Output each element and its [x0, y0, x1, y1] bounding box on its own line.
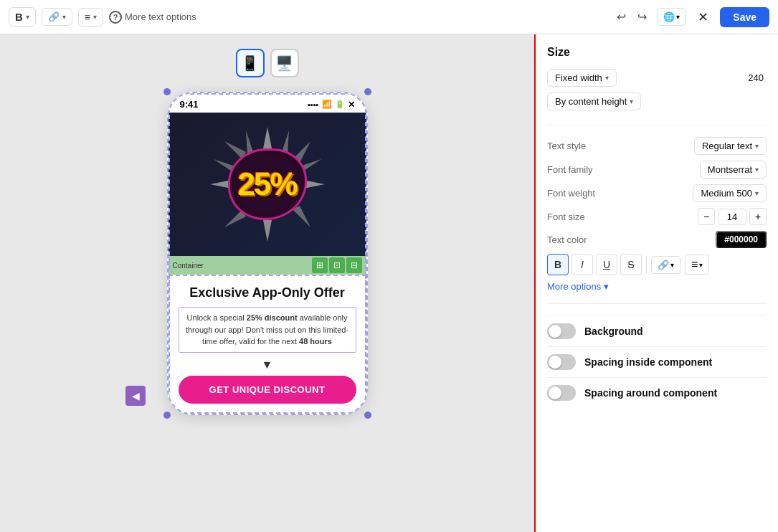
- format-italic-button[interactable]: I: [571, 254, 593, 275]
- bold-button[interactable]: B ▾: [9, 7, 36, 27]
- size-section: Size Fixed width ▾ 240 By content height…: [547, 46, 767, 110]
- italic-format-icon: I: [581, 259, 584, 270]
- by-content-height-label: By content height: [555, 96, 627, 107]
- offer-section: Exclusive App-Only Offer Unlock a specia…: [169, 275, 366, 414]
- font-family-value: Montserrat: [708, 164, 752, 175]
- x-icon: ✕: [348, 100, 355, 110]
- font-weight-dropdown[interactable]: Medium 500 ▾: [693, 184, 767, 202]
- desktop-view-button[interactable]: 🖥️: [270, 49, 299, 77]
- link-format-icon: 🔗: [658, 260, 669, 270]
- offer-title: Exclusive App-Only Offer: [179, 285, 356, 301]
- arrow-diamond-handle[interactable]: ◀: [125, 386, 146, 406]
- phone-status-icons: ▪▪▪▪ 📶 🔋 ✕: [308, 100, 355, 110]
- battery-icon: 🔋: [335, 100, 345, 109]
- format-strikethrough-button[interactable]: S: [620, 254, 642, 275]
- fixed-width-label: Fixed width: [555, 72, 602, 83]
- more-text-options-link[interactable]: ? More text options: [109, 11, 196, 24]
- fixed-width-dropdown[interactable]: Fixed width ▾: [547, 69, 617, 87]
- container-tool-2[interactable]: ⊡: [329, 257, 345, 273]
- get-discount-button[interactable]: GET UNIQUE DISCOUNT: [179, 376, 356, 404]
- fixed-width-row: Fixed width ▾ 240: [547, 69, 767, 87]
- more-text-options-label: More text options: [125, 11, 196, 22]
- divider-1: [547, 125, 767, 125]
- close-button[interactable]: ✕: [692, 6, 714, 28]
- text-style-dropdown[interactable]: Regular text ▾: [694, 137, 767, 155]
- format-bold-button[interactable]: B: [547, 254, 569, 275]
- mobile-view-button[interactable]: 📱: [236, 49, 265, 77]
- font-weight-row: Font weight Medium 500 ▾: [547, 184, 767, 202]
- font-family-dropdown[interactable]: Montserrat ▾: [700, 161, 767, 179]
- size-title: Size: [547, 46, 767, 59]
- fixed-width-value: 240: [748, 72, 767, 83]
- selection-handle-br[interactable]: [364, 412, 371, 419]
- promo-image-area: 25%: [169, 113, 366, 256]
- link-icon: 🔗: [48, 11, 60, 22]
- text-style-value: Regular text: [702, 141, 752, 151]
- container-tools: ⊞ ⊡ ⊟: [312, 257, 362, 273]
- format-underline-button[interactable]: U: [596, 254, 617, 275]
- redo-icon: ↪: [637, 10, 647, 24]
- offer-desc-bold: 25% discount: [247, 313, 298, 322]
- align-format-icon: ≡: [691, 258, 698, 271]
- background-toggle-row: Background: [547, 315, 767, 346]
- format-separator: [646, 256, 647, 273]
- font-size-label: Font size: [547, 212, 692, 222]
- redo-button[interactable]: ↪: [633, 7, 651, 27]
- more-options-label: More options: [547, 281, 601, 292]
- align-button[interactable]: ≡ ▾: [78, 8, 103, 27]
- format-link-button[interactable]: 🔗 ▾: [651, 256, 680, 274]
- selection-handle-tr[interactable]: [364, 88, 371, 95]
- background-toggle[interactable]: [547, 323, 576, 339]
- explosion-graphic: 25%: [210, 127, 325, 242]
- undo-icon: ↩: [617, 10, 626, 24]
- spacing-around-toggle-knob: [549, 386, 561, 399]
- background-label: Background: [584, 326, 767, 337]
- phone-frame: 9:41 ▪▪▪▪ 📶 🔋 ✕: [167, 92, 368, 415]
- spacing-inside-label: Spacing inside component: [584, 356, 767, 368]
- phone-status-bar: 9:41 ▪▪▪▪ 📶 🔋 ✕: [169, 93, 366, 113]
- font-size-input-group: − +: [698, 208, 767, 225]
- by-content-height-dropdown[interactable]: By content height ▾: [547, 92, 641, 110]
- font-size-plus-button[interactable]: +: [749, 208, 767, 225]
- text-color-swatch[interactable]: #000000: [716, 231, 767, 248]
- spacing-around-toggle-row: Spacing around component: [547, 377, 767, 408]
- font-family-arrow: ▾: [755, 166, 759, 174]
- more-options-button[interactable]: More options ▾: [547, 281, 609, 292]
- format-align-button[interactable]: ≡ ▾: [685, 255, 709, 275]
- link-dropdown-arrow-format: ▾: [670, 261, 674, 269]
- font-size-minus-button[interactable]: −: [698, 208, 715, 225]
- selection-handle-tl[interactable]: [163, 88, 171, 95]
- save-button[interactable]: Save: [720, 7, 769, 27]
- offer-description: Unlock a special 25% discount available …: [179, 307, 356, 353]
- toolbar-left: B ▾ 🔗 ▾ ≡ ▾ ? More text options: [9, 7, 607, 27]
- canvas[interactable]: 📱 🖥️ 9:41 ▪▪▪▪ 📶 🔋: [0, 34, 534, 532]
- align-icon: ≡: [85, 11, 90, 23]
- svg-marker-2: [263, 220, 272, 242]
- selection-handle-bl[interactable]: [163, 412, 171, 419]
- container-tool-1[interactable]: ⊞: [312, 257, 328, 273]
- container-tool-3[interactable]: ⊟: [346, 257, 362, 273]
- language-button[interactable]: 🌐 ▾: [657, 8, 686, 26]
- text-format-row: B I U S 🔗 ▾ ≡ ▾: [547, 254, 767, 275]
- font-family-label: Font family: [547, 164, 694, 175]
- desktop-icon: 🖥️: [275, 54, 293, 72]
- spacing-around-label: Spacing around component: [584, 387, 767, 399]
- bold-dropdown-arrow: ▾: [26, 13, 29, 21]
- save-label: Save: [733, 11, 756, 23]
- text-color-hex: #000000: [724, 234, 758, 244]
- link-button[interactable]: 🔗 ▾: [42, 8, 72, 26]
- text-color-row: Text color #000000: [547, 231, 767, 248]
- spacing-around-toggle[interactable]: [547, 385, 576, 401]
- mobile-icon: 📱: [241, 54, 259, 72]
- font-size-input[interactable]: [718, 209, 746, 225]
- undo-button[interactable]: ↩: [612, 7, 630, 27]
- wifi-icon: 📶: [322, 100, 332, 109]
- spacing-inside-toggle[interactable]: [547, 354, 576, 370]
- main-area: 📱 🖥️ 9:41 ▪▪▪▪ 📶 🔋: [0, 34, 778, 532]
- offer-desc-prefix: Unlock a special: [187, 313, 247, 322]
- minus-icon: −: [703, 211, 709, 222]
- svg-marker-0: [263, 127, 272, 148]
- plus-icon: +: [755, 211, 761, 222]
- bold-format-icon: B: [554, 259, 561, 270]
- container-label: Container: [173, 262, 204, 270]
